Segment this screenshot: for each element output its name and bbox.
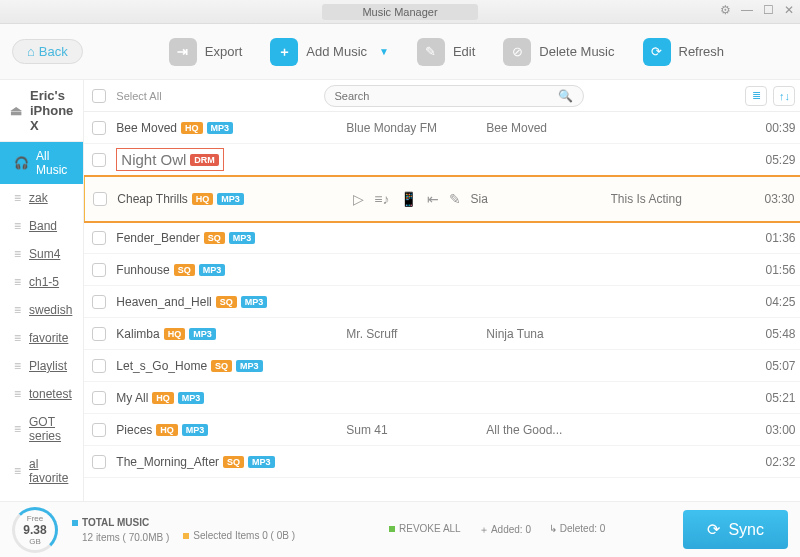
playlist-icon: ≡ <box>14 303 21 317</box>
badge-sq: SQ <box>204 232 225 244</box>
sidebar-item-al-favorite[interactable]: ≡al favorite <box>0 450 83 492</box>
sidebar-item-tonetest[interactable]: ≡tonetest <box>0 380 83 408</box>
window-title: Music Manager <box>322 4 477 20</box>
track-duration: 01:56 <box>752 263 796 277</box>
revoke-all[interactable]: REVOKE ALL <box>389 523 461 537</box>
sidebar-item-all-music[interactable]: 🎧All Music <box>0 142 83 184</box>
track-checkbox[interactable] <box>92 455 106 469</box>
refresh-button[interactable]: ⟳ Refresh <box>643 38 725 66</box>
sidebar-item-ch1-5[interactable]: ≡ch1-5 <box>0 268 83 296</box>
sidebar-item-sum4[interactable]: ≡Sum4 <box>0 240 83 268</box>
track-title: Cheap Thrills <box>117 192 187 206</box>
storage-indicator: Free 9.38 GB <box>12 507 58 553</box>
sidebar-item-swedish[interactable]: ≡swedish <box>0 296 83 324</box>
track-row[interactable]: FunhouseSQMP301:56 <box>84 254 800 286</box>
device-header[interactable]: ⏏ Eric's iPhone X <box>0 80 83 142</box>
search-box[interactable]: 🔍 <box>324 85 584 107</box>
track-list: Bee MovedHQMP3Blue Monday FMBee Moved00:… <box>84 112 800 501</box>
sidebar-item-got-series[interactable]: ≡GOT series <box>0 408 83 450</box>
sidebar-item-zak[interactable]: ≡zak <box>0 184 83 212</box>
track-duration: 05:48 <box>752 327 796 341</box>
export-icon: ⇥ <box>169 38 197 66</box>
track-name-cell: Night OwlDRM <box>116 148 336 171</box>
track-checkbox[interactable] <box>92 391 106 405</box>
close-icon[interactable]: ✕ <box>784 3 794 17</box>
track-row[interactable]: Heaven_and_HellSQMP304:25 <box>84 286 800 318</box>
edit-row-icon[interactable]: ✎ <box>449 191 461 207</box>
play-icon[interactable]: ▷ <box>353 191 364 207</box>
track-checkbox[interactable] <box>92 295 106 309</box>
track-duration: 03:30 <box>751 192 795 206</box>
minimize-icon[interactable]: — <box>741 3 753 17</box>
track-row[interactable]: Fender_BenderSQMP301:36 <box>84 222 800 254</box>
add-music-label: Add Music <box>306 44 367 59</box>
list-header: Select All 🔍 ≣ ↑↓ ◉ <box>84 80 800 112</box>
badge-mp3: MP3 <box>189 328 216 340</box>
track-name-cell: Bee MovedHQMP3 <box>116 121 336 135</box>
track-row[interactable]: PiecesHQMP3Sum 41All the Good...03:00 <box>84 414 800 446</box>
settings-icon[interactable]: ⚙ <box>720 3 731 17</box>
maximize-icon[interactable]: ☐ <box>763 3 774 17</box>
sidebar-item-label: favorite <box>29 331 68 345</box>
main-panel: Select All 🔍 ≣ ↑↓ ◉ Bee MovedHQMP3Blue M… <box>84 80 800 501</box>
track-checkbox[interactable] <box>92 153 106 167</box>
device-icon[interactable]: 📱 <box>400 191 417 207</box>
sidebar-item-playlist[interactable]: ≡Playlist <box>0 352 83 380</box>
sync-button[interactable]: ⟳ Sync <box>683 510 788 549</box>
track-checkbox[interactable] <box>92 327 106 341</box>
track-checkbox[interactable] <box>93 192 107 206</box>
badge-sq: SQ <box>223 456 244 468</box>
playlist-icon: ≡ <box>14 387 21 401</box>
add-music-icon: ＋ <box>270 38 298 66</box>
track-row[interactable]: Night OwlDRM05:29 <box>84 144 800 176</box>
delete-music-button[interactable]: ⊘ Delete Music <box>503 38 614 66</box>
badge-sq: SQ <box>216 296 237 308</box>
added-count: ＋ Added: 0 <box>479 523 531 537</box>
track-row[interactable]: The_Morning_AfterSQMP302:32 <box>84 446 800 478</box>
badge-drm: DRM <box>190 154 219 166</box>
track-title: Let_s_Go_Home <box>116 359 207 373</box>
delete-label: Delete Music <box>539 44 614 59</box>
track-checkbox[interactable] <box>92 423 106 437</box>
playlist-icon: ≡ <box>14 359 21 373</box>
sidebar-item-favorite[interactable]: ≡favorite <box>0 324 83 352</box>
track-checkbox[interactable] <box>92 263 106 277</box>
view-list-button[interactable]: ≣ <box>745 86 767 106</box>
track-row[interactable]: Cheap ThrillsHQMP3▷≡♪📱⇤✎SiaThis Is Actin… <box>84 176 800 222</box>
playlist-icon: ≡ <box>14 275 21 289</box>
select-all-checkbox[interactable] <box>92 89 106 103</box>
track-row[interactable]: Bee MovedHQMP3Blue Monday FMBee Moved00:… <box>84 112 800 144</box>
track-checkbox[interactable] <box>92 121 106 135</box>
search-input[interactable] <box>335 90 558 102</box>
back-button[interactable]: ⌂ Back <box>12 39 83 64</box>
add-music-button[interactable]: ＋ Add Music ▼ <box>270 38 389 66</box>
track-row[interactable]: KalimbaHQMP3Mr. ScruffNinja Tuna05:48 <box>84 318 800 350</box>
track-duration: 01:36 <box>752 231 796 245</box>
sidebar-item-label: tonetest <box>29 387 72 401</box>
track-checkbox[interactable] <box>92 231 106 245</box>
playlist-icon: ≡ <box>14 219 21 233</box>
deleted-count: ↳ Deleted: 0 <box>549 523 605 537</box>
track-name-cell: Cheap ThrillsHQMP3 <box>117 192 337 206</box>
export-button[interactable]: ⇥ Export <box>169 38 243 66</box>
sidebar-item-label: GOT series <box>29 415 73 443</box>
sidebar-item-band[interactable]: ≡Band <box>0 212 83 240</box>
track-title: Night Owl <box>121 151 186 168</box>
track-checkbox[interactable] <box>92 359 106 373</box>
track-name-cell: KalimbaHQMP3 <box>116 327 336 341</box>
track-album: Ninja Tuna <box>486 327 616 341</box>
track-title: Fender_Bender <box>116 231 199 245</box>
sort-button[interactable]: ↑↓ <box>773 86 795 106</box>
sidebar-item-label: All Music <box>36 149 73 177</box>
search-icon: 🔍 <box>558 89 573 103</box>
track-row[interactable]: My AllHQMP305:21 <box>84 382 800 414</box>
queue-icon[interactable]: ≡♪ <box>374 191 389 207</box>
track-title: My All <box>116 391 148 405</box>
headphones-icon: 🎧 <box>14 156 28 170</box>
badge-sq: SQ <box>174 264 195 276</box>
track-name-cell: My AllHQMP3 <box>116 391 336 405</box>
badge-mp3: MP3 <box>182 424 209 436</box>
import-icon[interactable]: ⇤ <box>427 191 439 207</box>
track-row[interactable]: Let_s_Go_HomeSQMP305:07 <box>84 350 800 382</box>
edit-button[interactable]: ✎ Edit <box>417 38 475 66</box>
